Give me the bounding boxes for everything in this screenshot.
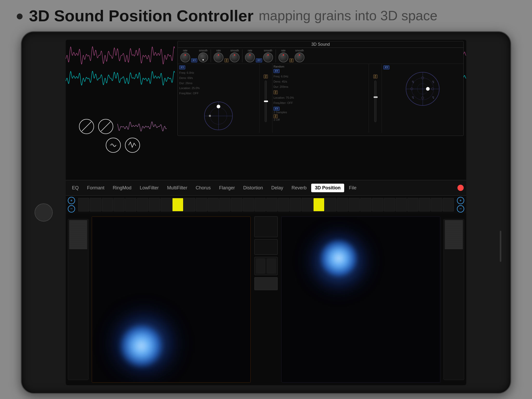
knob-rate-4[interactable]: rate bbox=[278, 49, 288, 62]
knob-smooth-4[interactable]: smooth bbox=[295, 49, 304, 62]
seq-cell-18[interactable] bbox=[290, 198, 301, 211]
slider-line-9 bbox=[69, 230, 87, 230]
seq-cell-17[interactable] bbox=[278, 198, 289, 211]
seq-cell-10[interactable] bbox=[196, 198, 207, 211]
slider-line-1 bbox=[445, 221, 463, 222]
home-button[interactable] bbox=[35, 203, 53, 222]
viz-panel-left[interactable] bbox=[92, 216, 251, 383]
center-rect-2[interactable] bbox=[254, 239, 278, 255]
tab-multifilter[interactable]: MultiFilter bbox=[163, 184, 191, 192]
knob-rate-2[interactable]: rate bbox=[214, 49, 223, 62]
app-subtitle: mapping grains into 3D space bbox=[259, 8, 437, 23]
seq-plus-button[interactable]: + bbox=[68, 197, 75, 204]
z-slider-1[interactable] bbox=[265, 81, 267, 122]
center-rect-half-1[interactable] bbox=[256, 258, 265, 274]
seq-plus-right[interactable]: + bbox=[457, 197, 464, 204]
record-button[interactable] bbox=[457, 185, 464, 191]
sequencer-grid[interactable] bbox=[77, 196, 455, 214]
seq-cell-30[interactable] bbox=[431, 198, 442, 211]
header-dot: ● bbox=[16, 9, 24, 22]
xy-circle-2[interactable]: ↯ ↯ ↯ ↯ bbox=[406, 72, 440, 106]
knob-group-2: rate Z smooth bbox=[214, 49, 240, 62]
slider-line-0 bbox=[69, 220, 87, 221]
knob-smooth-2[interactable]: smooth bbox=[230, 49, 240, 62]
v-slider-right[interactable] bbox=[443, 219, 464, 380]
seq-cell-5[interactable] bbox=[137, 198, 148, 211]
granular-circle-2[interactable] bbox=[98, 119, 113, 134]
knob-group-1: rate XY smooth bbox=[180, 49, 208, 62]
tab-file[interactable]: File bbox=[345, 184, 360, 192]
slider-line-21 bbox=[445, 242, 463, 243]
center-rect-4[interactable] bbox=[254, 277, 278, 290]
seq-cell-20[interactable] bbox=[313, 198, 324, 211]
seq-cell-25[interactable] bbox=[372, 198, 383, 211]
center-rect-half-2[interactable] bbox=[267, 258, 276, 274]
tab-3dposition[interactable]: 3D Position bbox=[311, 184, 344, 192]
seq-cell-27[interactable] bbox=[396, 198, 407, 211]
v-slider-left[interactable] bbox=[68, 219, 89, 380]
seq-cell-31[interactable] bbox=[443, 198, 454, 211]
seq-cell-7[interactable] bbox=[161, 198, 172, 211]
seq-cell-19[interactable] bbox=[302, 198, 313, 211]
seq-cell-9[interactable] bbox=[184, 198, 195, 211]
tab-formant[interactable]: Formant bbox=[83, 184, 108, 192]
z-badge-section-1: Z bbox=[264, 75, 268, 78]
tab-distortion[interactable]: Distortion bbox=[240, 184, 267, 192]
tab-lowfilter[interactable]: LowFilter bbox=[136, 184, 162, 192]
knob-rate-3[interactable]: rate bbox=[245, 49, 255, 62]
slider-line-18 bbox=[69, 239, 87, 240]
center-rect-3[interactable] bbox=[254, 257, 278, 275]
slider-line-26 bbox=[445, 247, 463, 248]
seq-cell-0[interactable] bbox=[78, 198, 89, 211]
seq-cell-8[interactable] bbox=[172, 198, 183, 211]
knob-group-3: rate XY smooth bbox=[245, 49, 273, 62]
seq-cell-28[interactable] bbox=[407, 198, 418, 211]
slider-line-18 bbox=[445, 239, 463, 240]
granular-circle-1[interactable] bbox=[79, 119, 94, 134]
seq-cell-11[interactable] bbox=[208, 198, 219, 211]
seq-cell-24[interactable] bbox=[360, 198, 371, 211]
blob-left-2 bbox=[121, 325, 162, 367]
sequencer-strip: + − + − bbox=[66, 196, 466, 214]
seq-cell-26[interactable] bbox=[384, 198, 395, 211]
seq-cell-3[interactable] bbox=[114, 198, 125, 211]
seq-cell-14[interactable] bbox=[243, 198, 254, 211]
slider-line-8 bbox=[445, 229, 463, 229]
slider-line-11 bbox=[445, 232, 463, 232]
xy-badge-2: XY bbox=[256, 58, 262, 62]
tab-ringmod[interactable]: RingMod bbox=[109, 184, 135, 192]
seq-cell-2[interactable] bbox=[102, 198, 113, 211]
seq-cell-13[interactable] bbox=[231, 198, 242, 211]
xy-circle-1[interactable] bbox=[204, 102, 233, 130]
knob-rate-1[interactable]: rate bbox=[180, 49, 190, 62]
seq-cell-21[interactable] bbox=[325, 198, 336, 211]
slider-line-27 bbox=[69, 248, 87, 249]
z-slider-2[interactable] bbox=[374, 81, 376, 122]
slider-line-12 bbox=[445, 233, 463, 234]
seq-cell-1[interactable] bbox=[90, 198, 101, 211]
seq-cell-22[interactable] bbox=[337, 198, 348, 211]
viz-panel-right[interactable] bbox=[281, 216, 440, 383]
effects-tabs: EQ Formant RingMod LowFilter MultiFilter… bbox=[66, 180, 466, 196]
seq-cell-15[interactable] bbox=[255, 198, 266, 211]
tab-reverb[interactable]: Reverb bbox=[288, 184, 310, 192]
granular-circle-4[interactable] bbox=[125, 138, 140, 153]
z-badge-1: Z bbox=[224, 58, 229, 62]
waveform-cyan-left bbox=[66, 68, 175, 89]
seq-cell-6[interactable] bbox=[149, 198, 160, 211]
seq-minus-right[interactable]: − bbox=[457, 205, 464, 212]
tab-flanger[interactable]: Flanger bbox=[215, 184, 238, 192]
knob-smooth-3[interactable]: smooth bbox=[263, 49, 273, 62]
seq-cell-23[interactable] bbox=[349, 198, 360, 211]
seq-cell-12[interactable] bbox=[219, 198, 230, 211]
tab-eq[interactable]: EQ bbox=[68, 184, 82, 192]
granular-circle-3[interactable] bbox=[106, 138, 121, 153]
tab-chorus[interactable]: Chorus bbox=[192, 184, 214, 192]
knob-smooth-1[interactable]: smooth bbox=[198, 49, 208, 62]
seq-cell-4[interactable] bbox=[125, 198, 136, 211]
center-rect-1[interactable] bbox=[254, 216, 278, 237]
tab-delay[interactable]: Delay bbox=[268, 184, 287, 192]
seq-cell-29[interactable] bbox=[419, 198, 430, 211]
seq-minus-button[interactable]: − bbox=[68, 205, 75, 212]
seq-cell-16[interactable] bbox=[266, 198, 277, 211]
